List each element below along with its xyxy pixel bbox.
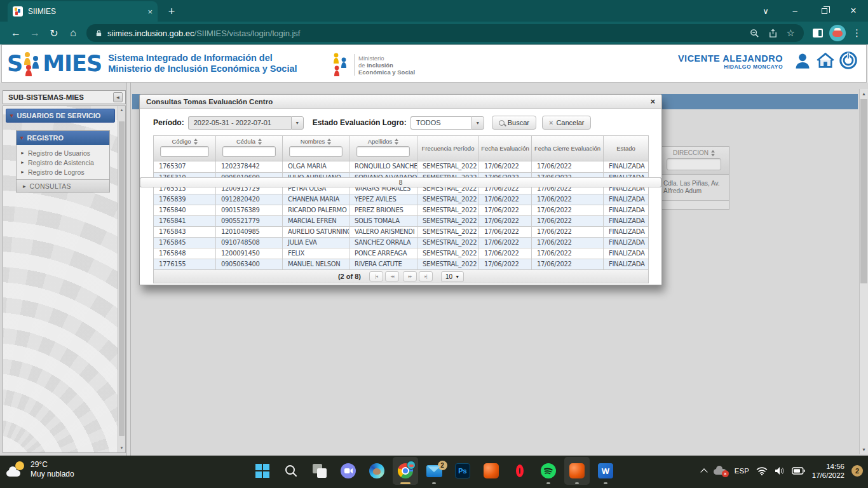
sort-up-icon [258,139,262,141]
last-page-button[interactable]: ▸| [419,271,433,281]
task-view-button[interactable] [307,457,332,485]
photoshop-button[interactable]: Ps [450,457,475,485]
column-label: Fecha Cierre Evaluación [534,145,600,152]
language-indicator[interactable]: ESP [735,467,749,475]
tab-search-icon[interactable]: ∨ [751,0,780,22]
column-header[interactable]: Nombres [283,136,349,161]
reload-icon[interactable]: ↻ [44,27,64,39]
spotify-button[interactable] [536,457,561,485]
search-icon [284,464,298,478]
page-button-8[interactable]: 8 [140,177,661,187]
bookmark-star-icon[interactable]: ☆ [787,27,795,39]
column-label: Nombres [301,138,332,145]
column-header[interactable]: Cédula [216,136,283,161]
table-cell: 1201040985 [216,227,283,237]
edge-icon [369,463,384,478]
dropdown-caret-icon[interactable]: ▾ [291,116,304,130]
system-tray: × ESP 14:56 17/6/2022 2 [702,456,863,486]
modal-close-icon[interactable]: × [650,97,655,106]
close-button[interactable]: × [839,0,868,22]
open-app-indicator [546,482,550,484]
modal-title: Consultas Tomas Evaluación Centro [146,98,650,105]
next-page-button[interactable]: ▸▸ [403,271,417,281]
word-button[interactable]: W [593,457,618,485]
table-cell: MARCIAL EFREN [283,216,349,226]
table-cell: CHANENA MARIA [283,194,349,205]
page-size-select[interactable]: 10 ▼ [441,271,464,282]
estado-select[interactable]: TODOS ▾ [410,116,484,130]
wifi-icon[interactable] [756,466,768,475]
home-nav-icon[interactable] [816,51,835,72]
volume-icon[interactable] [775,466,785,475]
forward-icon[interactable]: → [25,27,44,39]
logout-power-icon[interactable] [839,51,857,72]
word-icon: W [598,463,613,478]
sort-icon[interactable] [194,139,198,145]
column-label-text: Estado [616,145,635,152]
notification-badge[interactable]: 2 [851,465,863,477]
periodo-select[interactable]: 2022-05-31 - 2022-07-01 ▾ [188,116,304,130]
home-icon[interactable]: ⌂ [64,27,83,39]
table-cell: 17/06/2022 [479,161,532,172]
profile-avatar[interactable] [829,25,846,41]
side-panel-icon[interactable] [813,29,823,37]
filter-bar: Período: 2022-05-31 - 2022-07-01 ▾ Estad… [153,115,648,130]
table-row[interactable]: 17658400901576389RICARDO PALERMOPEREZ BR… [154,205,648,215]
table-row[interactable]: 17658481200091450FELIXPONCE ARREAGASEMES… [154,248,648,259]
battery-icon[interactable] [792,467,805,475]
table-cell: 17/06/2022 [479,227,532,237]
onedrive-icon[interactable]: × [714,466,728,476]
results-table: CódigoCédulaNombresApellidosFrecuencia P… [153,135,649,283]
office-button[interactable] [478,457,504,485]
restore-button[interactable] [810,0,839,22]
column-filter-input[interactable] [289,146,342,157]
table-row[interactable]: 17658410905521779MARCIAL EFRENSOLIS TOMA… [154,215,648,226]
address-bar[interactable]: siimies.inclusion.gob.ec /SIIMIES/vistas… [86,24,804,42]
column-filter-input[interactable] [160,146,210,157]
edge-button[interactable] [364,457,390,485]
user-icon[interactable] [794,51,811,72]
clock[interactable]: 14:56 17/6/2022 [812,462,844,480]
column-filter-input[interactable] [222,146,275,157]
prev-page-button[interactable]: ◂◂ [385,271,399,281]
table-cell: 17/06/2022 [532,227,604,237]
modal-titlebar[interactable]: Consultas Tomas Evaluación Centro × [140,95,661,109]
chrome-button[interactable] [393,457,418,485]
browser-menu-icon[interactable]: ⋮ [852,27,862,39]
column-header[interactable]: Código [154,136,216,161]
search-button[interactable] [278,457,304,485]
share-icon[interactable] [768,29,778,38]
table-row[interactable]: 17658431201040985AURELIO SATURNINOVALERO… [154,226,648,237]
table-cell: 1200091450 [216,248,283,259]
dropdown-caret-icon[interactable]: ▾ [471,116,484,130]
table-row[interactable]: 17761550905063400MANUEL NELSONRIVERA CAT… [154,259,648,269]
weather-widget[interactable]: 29°C Muy nublado [6,460,74,479]
start-button[interactable] [250,457,275,485]
lock-icon [95,29,102,37]
tab-close-icon[interactable]: × [147,7,153,17]
back-icon[interactable]: ← [6,27,25,39]
sort-icon[interactable] [395,139,398,145]
minimize-button[interactable]: – [780,0,810,22]
column-label: Cédula [236,138,262,145]
mail-button[interactable]: 2 [421,457,447,485]
table-row[interactable]: 17658450910748508JULIA EVASANCHEZ ORRALA… [154,237,648,248]
chat-button[interactable] [336,457,361,485]
new-tab-button[interactable]: + [163,3,180,20]
opera-button[interactable] [507,457,532,485]
table-row[interactable]: 17653071202378442OLGA MARIARONQUILLO SAN… [154,161,648,172]
buscar-button[interactable]: Buscar [492,116,536,130]
table-row[interactable]: 17658390912820420CHANENA MARIAYEPEZ AVIL… [154,194,648,205]
sort-icon[interactable] [327,139,331,145]
tray-expand-icon[interactable] [700,468,707,475]
browser-tab[interactable]: SIIMIES × [8,1,158,22]
app-header: S MIES Sistema Integrado de Información … [1,44,867,83]
first-page-button[interactable]: |◂ [369,271,383,281]
column-label: Fecha Evaluación [481,145,529,152]
cancelar-button[interactable]: × Cancelar [542,116,591,130]
column-header[interactable]: Apellidos [349,136,417,161]
zoom-out-icon[interactable] [750,29,759,38]
sort-icon[interactable] [258,139,262,145]
office-active-button[interactable] [564,457,590,485]
column-filter-input[interactable] [356,146,410,157]
